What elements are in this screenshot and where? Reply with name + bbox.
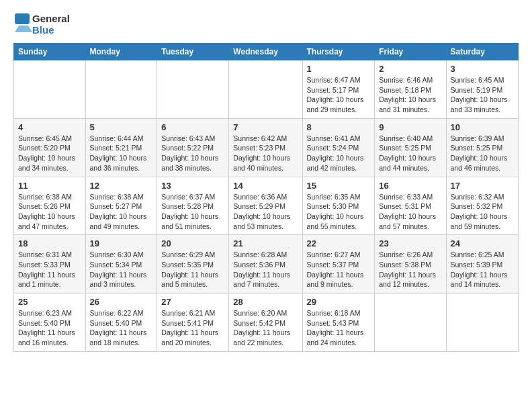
day-detail: Sunrise: 6:45 AM Sunset: 5:20 PM Dayligh… <box>18 134 81 173</box>
logo-svg: General Blue <box>13 11 74 38</box>
day-of-week-header: Sunday <box>14 44 86 60</box>
day-number: 22 <box>307 238 371 248</box>
day-detail: Sunrise: 6:20 AM Sunset: 5:42 PM Dayligh… <box>233 308 298 348</box>
day-detail: Sunrise: 6:37 AM Sunset: 5:28 PM Dayligh… <box>161 192 224 232</box>
calendar-cell <box>375 293 446 352</box>
day-detail: Sunrise: 6:38 AM Sunset: 5:26 PM Dayligh… <box>18 192 81 232</box>
day-detail: Sunrise: 6:36 AM Sunset: 5:29 PM Dayligh… <box>233 192 298 232</box>
calendar-cell: 9Sunrise: 6:40 AM Sunset: 5:25 PM Daylig… <box>375 118 446 177</box>
day-detail: Sunrise: 6:29 AM Sunset: 5:35 PM Dayligh… <box>161 250 224 289</box>
calendar-cell <box>229 60 302 119</box>
calendar-cell: 11Sunrise: 6:38 AM Sunset: 5:26 PM Dayli… <box>14 177 86 235</box>
calendar-cell <box>85 60 157 119</box>
day-number: 9 <box>379 122 441 132</box>
day-number: 27 <box>161 297 224 307</box>
calendar-cell <box>157 60 229 119</box>
calendar-cell: 14Sunrise: 6:36 AM Sunset: 5:29 PM Dayli… <box>229 177 302 235</box>
day-of-week-header: Tuesday <box>157 44 229 60</box>
day-number: 6 <box>161 122 224 132</box>
day-detail: Sunrise: 6:35 AM Sunset: 5:30 PM Dayligh… <box>307 192 371 232</box>
calendar-cell: 12Sunrise: 6:38 AM Sunset: 5:27 PM Dayli… <box>85 177 157 235</box>
day-number: 15 <box>307 181 371 191</box>
day-detail: Sunrise: 6:22 AM Sunset: 5:40 PM Dayligh… <box>90 308 153 348</box>
day-number: 14 <box>233 181 298 191</box>
day-of-week-header: Friday <box>375 44 446 60</box>
day-number: 21 <box>233 238 298 248</box>
calendar-cell: 24Sunrise: 6:25 AM Sunset: 5:39 PM Dayli… <box>446 235 518 293</box>
day-number: 7 <box>233 122 298 132</box>
calendar-cell: 15Sunrise: 6:35 AM Sunset: 5:30 PM Dayli… <box>302 177 375 235</box>
calendar-cell: 21Sunrise: 6:28 AM Sunset: 5:36 PM Dayli… <box>229 235 302 293</box>
calendar-cell: 10Sunrise: 6:39 AM Sunset: 5:25 PM Dayli… <box>446 118 518 177</box>
day-detail: Sunrise: 6:41 AM Sunset: 5:24 PM Dayligh… <box>307 134 371 173</box>
day-of-week-header: Monday <box>85 44 157 60</box>
calendar-cell: 3Sunrise: 6:45 AM Sunset: 5:19 PM Daylig… <box>446 60 518 119</box>
calendar-week-row: 18Sunrise: 6:31 AM Sunset: 5:33 PM Dayli… <box>14 235 519 293</box>
day-number: 29 <box>307 297 371 307</box>
calendar-cell: 27Sunrise: 6:21 AM Sunset: 5:41 PM Dayli… <box>157 293 229 352</box>
calendar-cell: 20Sunrise: 6:29 AM Sunset: 5:35 PM Dayli… <box>157 235 229 293</box>
calendar-cell: 6Sunrise: 6:43 AM Sunset: 5:22 PM Daylig… <box>157 118 229 177</box>
calendar-cell <box>14 60 86 119</box>
day-detail: Sunrise: 6:39 AM Sunset: 5:25 PM Dayligh… <box>451 134 514 173</box>
calendar-cell: 2Sunrise: 6:46 AM Sunset: 5:18 PM Daylig… <box>375 60 446 119</box>
day-detail: Sunrise: 6:30 AM Sunset: 5:34 PM Dayligh… <box>90 250 153 289</box>
calendar-cell: 19Sunrise: 6:30 AM Sunset: 5:34 PM Dayli… <box>85 235 157 293</box>
day-detail: Sunrise: 6:27 AM Sunset: 5:37 PM Dayligh… <box>307 250 371 289</box>
calendar-cell: 26Sunrise: 6:22 AM Sunset: 5:40 PM Dayli… <box>85 293 157 352</box>
day-number: 20 <box>161 238 224 248</box>
calendar-cell: 29Sunrise: 6:18 AM Sunset: 5:43 PM Dayli… <box>302 293 375 352</box>
day-number: 18 <box>18 238 81 248</box>
day-detail: Sunrise: 6:23 AM Sunset: 5:40 PM Dayligh… <box>18 308 81 348</box>
day-detail: Sunrise: 6:43 AM Sunset: 5:22 PM Dayligh… <box>161 134 224 173</box>
calendar-cell: 4Sunrise: 6:45 AM Sunset: 5:20 PM Daylig… <box>14 118 86 177</box>
day-number: 3 <box>451 64 514 74</box>
calendar-cell: 25Sunrise: 6:23 AM Sunset: 5:40 PM Dayli… <box>14 293 86 352</box>
calendar-week-row: 4Sunrise: 6:45 AM Sunset: 5:20 PM Daylig… <box>14 118 519 177</box>
calendar-week-row: 1Sunrise: 6:47 AM Sunset: 5:17 PM Daylig… <box>14 60 519 119</box>
day-detail: Sunrise: 6:32 AM Sunset: 5:32 PM Dayligh… <box>451 192 514 232</box>
day-number: 12 <box>90 181 153 191</box>
day-detail: Sunrise: 6:38 AM Sunset: 5:27 PM Dayligh… <box>90 192 153 232</box>
calendar-cell: 17Sunrise: 6:32 AM Sunset: 5:32 PM Dayli… <box>446 177 518 235</box>
svg-rect-2 <box>15 13 30 24</box>
calendar-cell <box>446 293 518 352</box>
svg-text:Blue: Blue <box>32 24 54 36</box>
day-detail: Sunrise: 6:18 AM Sunset: 5:43 PM Dayligh… <box>307 308 371 348</box>
calendar-header-row: SundayMondayTuesdayWednesdayThursdayFrid… <box>14 44 519 60</box>
svg-marker-3 <box>15 26 32 32</box>
day-number: 28 <box>233 297 298 307</box>
day-number: 11 <box>18 181 81 191</box>
day-detail: Sunrise: 6:40 AM Sunset: 5:25 PM Dayligh… <box>379 134 441 173</box>
day-number: 5 <box>90 122 153 132</box>
day-number: 25 <box>18 297 81 307</box>
day-detail: Sunrise: 6:25 AM Sunset: 5:39 PM Dayligh… <box>451 250 514 289</box>
day-number: 4 <box>18 122 81 132</box>
day-number: 8 <box>307 122 371 132</box>
day-of-week-header: Thursday <box>302 44 375 60</box>
day-detail: Sunrise: 6:44 AM Sunset: 5:21 PM Dayligh… <box>90 134 153 173</box>
calendar-cell: 18Sunrise: 6:31 AM Sunset: 5:33 PM Dayli… <box>14 235 86 293</box>
day-detail: Sunrise: 6:45 AM Sunset: 5:19 PM Dayligh… <box>451 75 514 115</box>
day-number: 16 <box>379 181 441 191</box>
calendar-week-row: 25Sunrise: 6:23 AM Sunset: 5:40 PM Dayli… <box>14 293 519 352</box>
calendar-cell: 28Sunrise: 6:20 AM Sunset: 5:42 PM Dayli… <box>229 293 302 352</box>
calendar-cell: 16Sunrise: 6:33 AM Sunset: 5:31 PM Dayli… <box>375 177 446 235</box>
day-of-week-header: Wednesday <box>229 44 302 60</box>
page-header: General Blue <box>13 11 519 38</box>
day-detail: Sunrise: 6:21 AM Sunset: 5:41 PM Dayligh… <box>161 308 224 348</box>
day-detail: Sunrise: 6:47 AM Sunset: 5:17 PM Dayligh… <box>307 75 371 115</box>
calendar-cell: 1Sunrise: 6:47 AM Sunset: 5:17 PM Daylig… <box>302 60 375 119</box>
calendar-cell: 23Sunrise: 6:26 AM Sunset: 5:38 PM Dayli… <box>375 235 446 293</box>
day-number: 19 <box>90 238 153 248</box>
calendar-cell: 22Sunrise: 6:27 AM Sunset: 5:37 PM Dayli… <box>302 235 375 293</box>
day-number: 2 <box>379 64 441 74</box>
day-of-week-header: Saturday <box>446 44 518 60</box>
day-number: 23 <box>379 238 441 248</box>
day-number: 17 <box>451 181 514 191</box>
day-number: 10 <box>451 122 514 132</box>
day-number: 24 <box>451 238 514 248</box>
day-number: 26 <box>90 297 153 307</box>
calendar-body: 1Sunrise: 6:47 AM Sunset: 5:17 PM Daylig… <box>14 60 519 352</box>
day-detail: Sunrise: 6:26 AM Sunset: 5:38 PM Dayligh… <box>379 250 441 289</box>
